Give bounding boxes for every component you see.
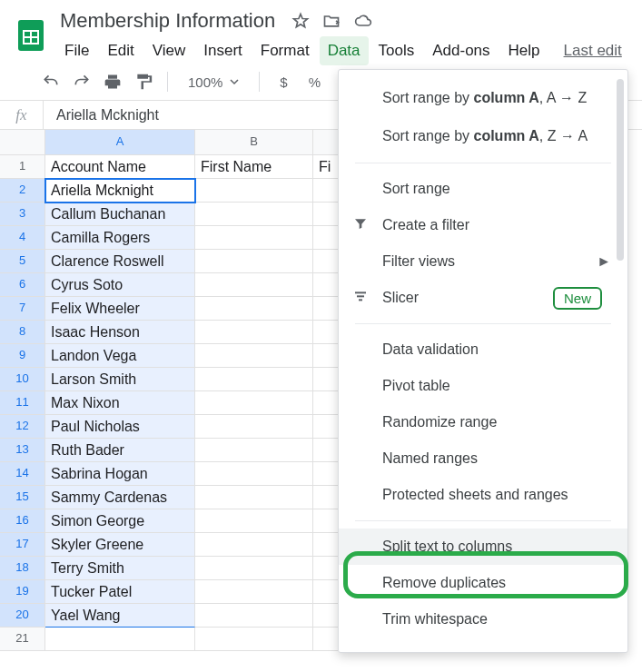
menu-data[interactable]: Data [320,36,369,65]
move-icon[interactable] [322,12,341,30]
row-header[interactable]: 4 [0,226,45,250]
cell[interactable]: Cyrus Soto [45,273,195,297]
star-icon[interactable] [291,12,310,30]
row-header[interactable]: 8 [0,321,45,344]
row-header[interactable]: 11 [0,391,45,415]
menu-tools[interactable]: Tools [370,36,423,65]
cell[interactable]: Ruth Bader [45,439,195,462]
sheets-logo[interactable] [11,7,51,62]
print-icon[interactable] [102,71,123,93]
cell[interactable] [195,628,313,651]
col-header-a[interactable]: A [45,130,195,155]
cell[interactable]: Callum Buchanan [45,203,195,226]
menu-sort-range[interactable]: Sort range [339,171,627,207]
zoom-select[interactable]: 100% [181,74,246,90]
menu-filter-views[interactable]: Filter views ► [339,243,627,280]
menu-pivot-table[interactable]: Pivot table [339,368,627,404]
col-header-b[interactable]: B [195,130,313,155]
row-header[interactable]: 14 [0,462,45,486]
menu-randomize-range[interactable]: Randomize range [339,404,627,440]
menu-help[interactable]: Help [500,36,548,65]
last-edit-link[interactable]: Last edit [556,36,630,65]
cell[interactable] [195,509,313,533]
menu-trim-whitespace[interactable]: Trim whitespace [339,601,627,637]
cell[interactable] [195,203,313,226]
menu-insert[interactable]: Insert [195,36,251,65]
select-all-corner[interactable] [0,130,45,155]
menu-remove-duplicates[interactable]: Remove duplicates [339,565,627,601]
cell[interactable] [195,179,313,203]
cell[interactable]: Clarence Roswell [45,250,195,273]
cell[interactable] [195,604,313,628]
formula-value[interactable]: Ariella Mcknight [44,107,172,124]
cell[interactable] [195,533,313,557]
row-header[interactable]: 2 [0,179,45,203]
cell[interactable]: Ariella Mcknight [45,179,195,203]
row-header[interactable]: 20 [0,604,45,628]
row-header[interactable]: 18 [0,557,45,580]
menu-addons[interactable]: Add-ons [424,36,498,65]
cell[interactable]: Yael Wang [45,604,195,628]
cell[interactable]: Sabrina Hogan [45,462,195,486]
menu-split-text[interactable]: Split text to columns [339,529,627,565]
row-header[interactable]: 3 [0,203,45,226]
menu-named-ranges[interactable]: Named ranges [339,440,627,477]
row-header[interactable]: 15 [0,486,45,509]
row-header[interactable]: 5 [0,250,45,273]
cell[interactable]: Tucker Patel [45,580,195,604]
cell[interactable] [195,226,313,250]
cell[interactable]: Landon Vega [45,344,195,368]
cell[interactable]: First Name [195,155,313,179]
cell[interactable] [195,486,313,509]
cell[interactable] [195,250,313,273]
row-header[interactable]: 13 [0,439,45,462]
menu-sort-az[interactable]: Sort range by column A, A → Z [339,79,627,117]
redo-icon[interactable] [71,71,93,93]
cell[interactable]: Max Nixon [45,391,195,415]
menu-protected-sheets[interactable]: Protected sheets and ranges [339,477,627,513]
undo-icon[interactable] [40,71,62,93]
cell[interactable]: Skyler Greene [45,533,195,557]
menu-sort-za[interactable]: Sort range by column A, Z → A [339,117,627,155]
menu-slicer[interactable]: Slicer New [339,280,627,316]
document-title[interactable]: Membership Information [56,7,279,35]
cell[interactable] [195,344,313,368]
cell[interactable]: Felix Wheeler [45,297,195,321]
menu-create-filter[interactable]: Create a filter [339,207,627,243]
cell[interactable] [45,628,195,651]
paint-format-icon[interactable] [133,71,154,93]
cell[interactable]: Paul Nicholas [45,415,195,439]
row-header[interactable]: 10 [0,368,45,391]
cell[interactable]: Larson Smith [45,368,195,391]
currency-button[interactable]: $ [272,71,294,93]
cell[interactable] [195,580,313,604]
cloud-icon[interactable] [353,12,373,30]
cell[interactable]: Sammy Cardenas [45,486,195,509]
row-header[interactable]: 21 [0,628,45,651]
cell[interactable] [195,273,313,297]
cell[interactable] [195,557,313,580]
menu-data-validation[interactable]: Data validation [339,331,627,368]
row-header[interactable]: 1 [0,155,45,179]
row-header[interactable]: 7 [0,297,45,321]
menu-edit[interactable]: Edit [99,36,142,65]
cell[interactable] [195,297,313,321]
row-header[interactable]: 16 [0,509,45,533]
menu-file[interactable]: File [56,36,97,65]
row-header[interactable]: 19 [0,580,45,604]
cell[interactable]: Simon George [45,509,195,533]
cell[interactable] [195,368,313,391]
cell[interactable] [195,462,313,486]
cell[interactable]: Camilla Rogers [45,226,195,250]
cell[interactable] [195,439,313,462]
menu-format[interactable]: Format [252,36,318,65]
cell[interactable] [195,391,313,415]
percent-button[interactable]: % [303,71,325,93]
row-header[interactable]: 9 [0,344,45,368]
row-header[interactable]: 6 [0,273,45,297]
cell[interactable] [195,415,313,439]
cell[interactable] [195,321,313,344]
cell[interactable]: Terry Smith [45,557,195,580]
cell[interactable]: Account Name [45,155,195,179]
row-header[interactable]: 17 [0,533,45,557]
